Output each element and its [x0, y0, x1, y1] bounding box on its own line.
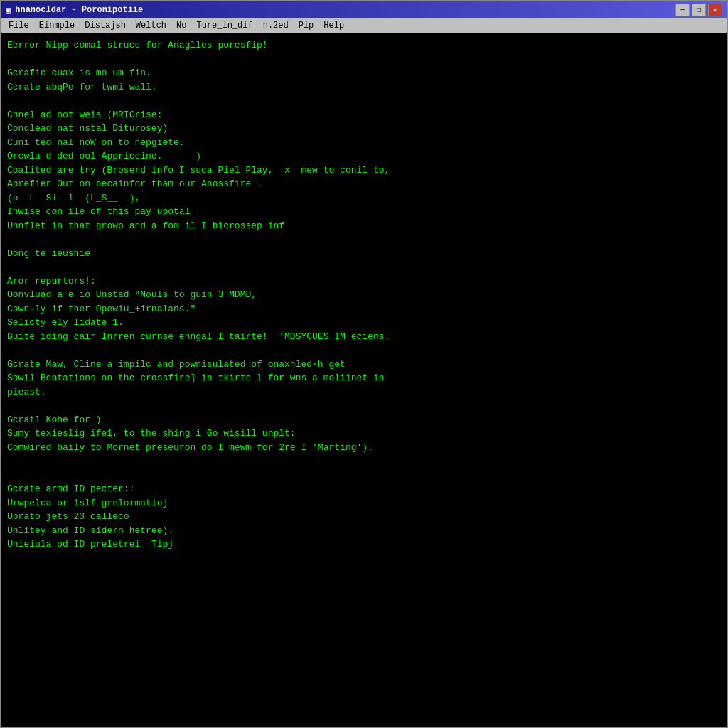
terminal-line: Sumy texieslig ife1, to the shing i Go w… [7, 427, 721, 441]
terminal-line: Urwpelca or 1slf grnlormatioj [7, 496, 721, 510]
app-icon: ▣ [6, 5, 11, 16]
menu-item-ture_in_dif[interactable]: Ture_in_dif [192, 20, 257, 31]
terminal-line: Comwired baily to Mornet preseuron do I … [7, 441, 721, 455]
terminal-line [7, 454, 721, 469]
terminal-line: Gcrate armd ID pecter:: [7, 482, 721, 496]
terminal-line: Selicty ely lidate 1. [7, 316, 721, 330]
terminal-line: (o L Si l (L_S__ ), [7, 191, 721, 205]
terminal-line: Cuni ted nal noW on to nepgiete. [7, 136, 721, 150]
terminal-line: Ccrate abqPe for twmi wall. [7, 80, 721, 95]
menu-item-distajsh[interactable]: Distajsh [80, 20, 130, 31]
terminal-line: Sowil Bentations on the crossfire] in tk… [7, 371, 721, 385]
terminal-line [7, 469, 721, 483]
minimize-button[interactable]: ─ [675, 4, 690, 16]
title-bar: ▣ hnanocldar - Poronipotiie ─ □ ✕ [1, 1, 727, 18]
title-bar-left: ▣ hnanocldar - Poronipotiie [6, 5, 143, 16]
terminal-line: Dong te ieushie [7, 247, 721, 261]
terminal-line: Uprato jets 23 calleco [7, 510, 721, 524]
terminal-line: Eerror Nipp comal struce for Anaglles po… [7, 38, 721, 53]
terminal-line [7, 260, 721, 274]
terminal-line [7, 232, 721, 247]
menu-item-help[interactable]: Help [319, 20, 348, 31]
terminal-line: Inwise con ile of this pay upotal [7, 205, 721, 219]
menu-item-file[interactable]: File [4, 20, 33, 31]
terminal-line [7, 53, 721, 67]
terminal-line: Aror repurtors!: [7, 274, 721, 289]
terminal-line: Buite iding cair Inrren curnse enngal I … [7, 330, 721, 344]
menu-item-pip[interactable]: Pip [294, 20, 318, 31]
menu-item-no[interactable]: No [172, 20, 191, 31]
menu-item-weltch[interactable]: Weltch [132, 20, 171, 31]
window-title: hnanocldar - Poronipotiie [15, 5, 143, 15]
restore-button[interactable]: □ [692, 4, 706, 16]
terminal-line: Gcratl Kohe for ) [7, 413, 721, 427]
menu-item-einmple[interactable]: Einmple [35, 20, 79, 31]
menu-bar: FileEinmpleDistajshWeltchNoTure_in_difn.… [1, 18, 727, 33]
terminal-line [7, 343, 721, 358]
terminal-line: Condlead nat nstal Diturosey) [7, 122, 721, 136]
terminal-line: Unnflet in that growp and a fom il I bic… [7, 219, 721, 233]
terminal-output[interactable]: Eerror Nipp comal struce for Anaglles po… [1, 33, 727, 727]
terminal-line: Unlitey and ID sidern hetree). [7, 524, 721, 538]
main-window: ▣ hnanocldar - Poronipotiie ─ □ ✕ FileEi… [0, 0, 728, 728]
terminal-line [7, 399, 721, 413]
terminal-line: Coalited are try (Broserd info I suca Pi… [7, 164, 721, 178]
terminal-line: Cnnel ad not weis (MRICrise: [7, 108, 721, 122]
terminal-line: Cown-ly if ther Opewiu_+irnalans." [7, 302, 721, 316]
menu-item-n.2ed[interactable]: n.2ed [259, 20, 293, 31]
terminal-line [7, 94, 721, 108]
terminal-line: Orcwla d ded ool Appriccine. ) [7, 149, 721, 164]
terminal-line: pieast. [7, 385, 721, 400]
terminal-line: Unieiula od ID preletrei Tipj [7, 537, 721, 552]
terminal-line: Oonvluad a e io Unstad "Nouls to guin 3 … [7, 288, 721, 302]
terminal-line: Gcrafic cuax is mo um fin. [7, 66, 721, 80]
terminal-line: Aprefier Out on becainfor tham our Anoss… [7, 177, 721, 191]
title-bar-controls: ─ □ ✕ [675, 4, 722, 16]
close-button[interactable]: ✕ [708, 4, 722, 16]
terminal-line: Gcrate Maw, Cline a impilc and pownisula… [7, 358, 721, 372]
